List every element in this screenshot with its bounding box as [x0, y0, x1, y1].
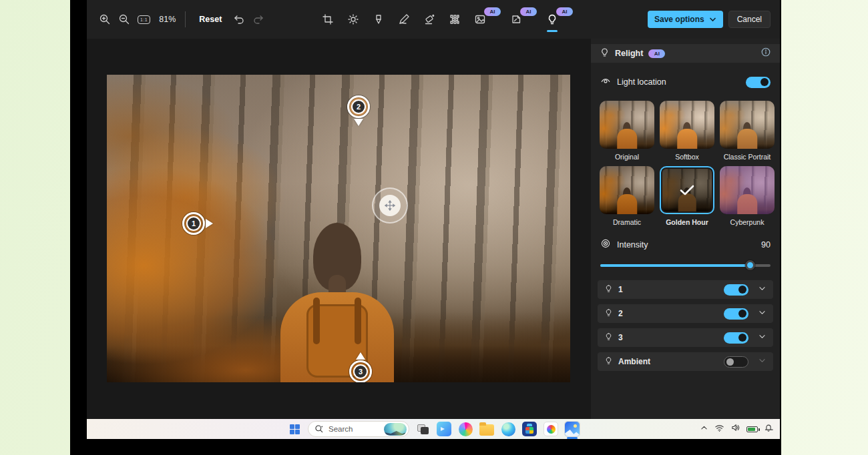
- light-location-label: Light location: [617, 77, 666, 87]
- copilot-app-button[interactable]: [457, 421, 473, 437]
- search-box[interactable]: Search: [308, 421, 409, 437]
- redo-icon[interactable]: [252, 13, 264, 25]
- zoom-level-value: 81%: [159, 15, 176, 24]
- light-marker-3-label: 3: [355, 366, 367, 378]
- search-highlight-image: [384, 423, 407, 436]
- active-app-indicator: [567, 437, 578, 439]
- retouch-icon[interactable]: [423, 13, 435, 25]
- edge-icon: [501, 422, 515, 436]
- light-position-handle[interactable]: [372, 187, 408, 223]
- folder-icon: [479, 424, 494, 436]
- slider-fill: [600, 264, 750, 267]
- app-window: 1:1 81% Reset: [70, 0, 781, 455]
- generative-erase-icon[interactable]: AI: [510, 13, 522, 25]
- light-row-3[interactable]: 3: [598, 328, 773, 347]
- cancel-button[interactable]: Cancel: [728, 11, 771, 28]
- move-icon: [379, 195, 401, 216]
- preset-classic-portrait[interactable]: Classic Portrait: [720, 101, 775, 161]
- intensity-row: Intensity 90: [591, 239, 780, 251]
- battery-icon[interactable]: [746, 423, 758, 435]
- preset-thumbnail: [660, 101, 714, 149]
- windows-logo-icon: [290, 424, 300, 434]
- notifications-bell-icon[interactable]: [764, 423, 773, 435]
- backpack-strap: [313, 298, 320, 344]
- microsoft-store-button[interactable]: [521, 421, 537, 437]
- task-view-button[interactable]: [415, 421, 431, 437]
- light-3-toggle[interactable]: [724, 332, 748, 344]
- tray-expand-icon[interactable]: [700, 423, 708, 435]
- preset-cyberpunk[interactable]: Cyberpunk: [720, 166, 775, 226]
- light-marker-2[interactable]: 2: [347, 95, 370, 118]
- preset-golden-hour[interactable]: Golden Hour: [660, 166, 714, 226]
- light-marker-1-label: 1: [188, 217, 200, 230]
- photos-app-button[interactable]: [564, 421, 580, 437]
- edit-tools-group: AI AI AI: [322, 0, 569, 39]
- crop-icon[interactable]: [322, 13, 334, 25]
- preset-thumbnail: [600, 101, 654, 149]
- chevron-down-icon[interactable]: [758, 284, 767, 296]
- chevron-down-icon[interactable]: [758, 332, 767, 344]
- intensity-slider[interactable]: [600, 260, 771, 270]
- light-row-2[interactable]: 2: [598, 304, 773, 323]
- clipchamp-app-button[interactable]: [436, 421, 452, 437]
- zoom-out-icon[interactable]: [118, 13, 130, 25]
- light-marker-3[interactable]: 3: [349, 360, 372, 382]
- preset-thumbnail: [600, 166, 654, 214]
- lightbulb-icon: [604, 332, 613, 344]
- file-explorer-button[interactable]: [479, 421, 495, 437]
- paint-app-button[interactable]: [543, 421, 559, 437]
- panel-title: Relight: [615, 49, 643, 58]
- light-1-toggle[interactable]: [724, 284, 748, 296]
- backpack-strap: [355, 298, 361, 344]
- zoom-in-icon[interactable]: [99, 13, 111, 25]
- preset-softbox[interactable]: Softbox: [660, 101, 714, 161]
- light-marker-1[interactable]: 1: [182, 212, 205, 235]
- volume-icon[interactable]: [730, 423, 740, 435]
- undo-icon[interactable]: [233, 13, 245, 25]
- reset-button[interactable]: Reset: [195, 12, 226, 27]
- store-icon: [522, 422, 537, 436]
- clipchamp-icon: [437, 422, 451, 436]
- photo-preview[interactable]: 1 2 3: [107, 75, 570, 382]
- info-icon[interactable]: [761, 47, 771, 60]
- spot-fix-icon[interactable]: [449, 13, 461, 25]
- relight-panel-header: Relight AI: [591, 44, 780, 63]
- save-actions-group: Save options Cancel: [648, 0, 771, 39]
- preset-thumbnail: [720, 101, 775, 149]
- chevron-down-icon[interactable]: [758, 356, 767, 368]
- save-options-button[interactable]: Save options: [648, 11, 723, 28]
- wifi-icon[interactable]: [714, 423, 724, 435]
- relight-icon[interactable]: AI: [546, 13, 558, 25]
- fit-to-window-icon[interactable]: 1:1: [138, 15, 150, 24]
- preset-label: Original: [600, 153, 654, 161]
- light-row-ambient[interactable]: Ambient: [598, 352, 773, 371]
- preset-dramatic[interactable]: Dramatic: [600, 166, 654, 226]
- light-row-label: 3: [618, 333, 623, 342]
- adjustments-icon[interactable]: [347, 13, 359, 25]
- auto-enhance-icon[interactable]: AI: [474, 13, 486, 25]
- photos-editor-app: 1:1 81% Reset: [87, 0, 780, 419]
- start-button[interactable]: [286, 421, 302, 437]
- ambient-toggle[interactable]: [724, 356, 748, 368]
- paint-icon: [544, 422, 558, 436]
- preset-label: Golden Hour: [660, 218, 714, 226]
- system-tray: [700, 419, 773, 439]
- markup-icon[interactable]: [398, 13, 410, 25]
- slider-thumb[interactable]: [745, 260, 755, 270]
- light-row-1[interactable]: 1: [598, 280, 773, 299]
- light-marker-2-pointer: [354, 119, 363, 126]
- light-location-toggle[interactable]: [746, 77, 771, 88]
- light-marker-1-pointer: [206, 219, 213, 228]
- check-icon: [661, 167, 713, 213]
- toolbar-divider: [185, 11, 186, 27]
- preset-label: Cyberpunk: [720, 218, 775, 226]
- eye-icon: [600, 75, 611, 89]
- chevron-down-icon[interactable]: [758, 308, 767, 320]
- cyberpunk-tint: [720, 166, 775, 214]
- light-list: 1 2: [591, 280, 780, 371]
- task-view-icon: [417, 424, 429, 434]
- filter-icon[interactable]: [373, 13, 385, 25]
- edge-app-button[interactable]: [500, 421, 516, 437]
- light-2-toggle[interactable]: [724, 308, 748, 320]
- preset-original[interactable]: Original: [600, 101, 654, 161]
